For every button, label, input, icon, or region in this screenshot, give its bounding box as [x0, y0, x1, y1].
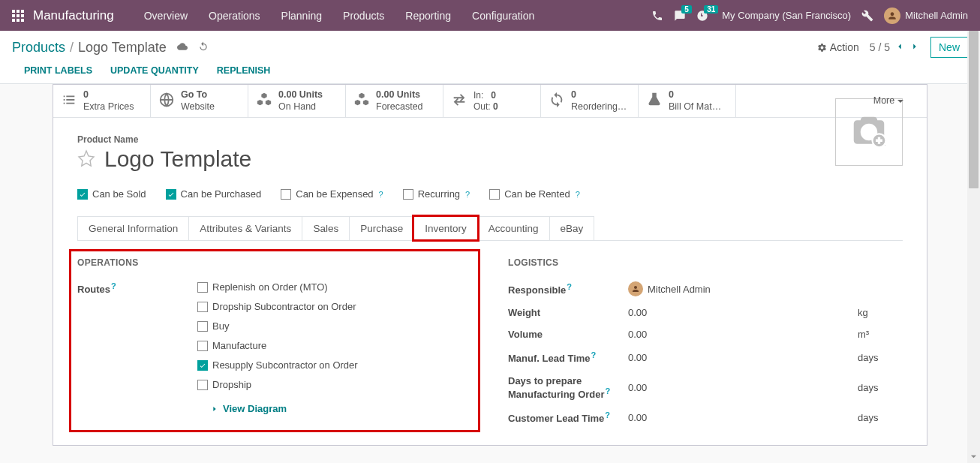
route-replenish-on-order[interactable]: Replenish on Order (MTO) — [197, 281, 328, 293]
route-dropship-subcontractor[interactable]: Dropship Subcontractor on Order — [197, 301, 356, 312]
stat-bom[interactable]: 0Bill Of Mat… — [639, 85, 736, 117]
stat-go-to-website[interactable]: Go ToWebsite — [151, 85, 248, 117]
top-nav: Manufacturing Overview Operations Planni… — [0, 0, 980, 31]
tab-inventory[interactable]: Inventory — [413, 216, 478, 240]
customer-lead-time-field[interactable]: 0.00 — [628, 412, 858, 423]
help-icon[interactable]: ? — [606, 386, 611, 395]
activities-badge: 31 — [704, 5, 718, 14]
company-switch[interactable]: My Company (San Francisco) — [722, 10, 851, 21]
can-be-expensed-checkbox[interactable]: Can be Expensed? — [281, 188, 383, 200]
route-dropship[interactable]: Dropship — [197, 379, 251, 390]
stat-in-out[interactable]: In: 0 Out: 0 — [443, 85, 541, 117]
product-name-label: Product Name — [77, 134, 903, 145]
new-button[interactable]: New — [930, 37, 968, 58]
can-be-purchased-checkbox[interactable]: Can be Purchased — [166, 188, 262, 200]
recurring-checkbox[interactable]: Recurring? — [403, 188, 470, 200]
user-menu[interactable]: Mitchell Admin — [884, 8, 968, 24]
tab-sales[interactable]: Sales — [302, 216, 350, 240]
refresh-icon — [549, 92, 565, 110]
route-resupply-subcontractor[interactable]: Resupply Subcontractor on Order — [197, 359, 358, 371]
action-menu[interactable]: Action — [817, 41, 859, 53]
scroll-down-icon[interactable] — [967, 450, 980, 463]
nav-reporting[interactable]: Reporting — [396, 7, 460, 25]
tab-general-information[interactable]: General Information — [77, 216, 189, 240]
stat-extra-prices[interactable]: 0Extra Prices — [53, 85, 151, 117]
operations-group: OPERATIONS Routes? Replenish on Order (M… — [77, 257, 472, 424]
print-labels-button[interactable]: PRINT LABELS — [24, 65, 92, 76]
activities-icon[interactable]: 31 — [696, 10, 708, 22]
scroll-thumb[interactable] — [969, 31, 978, 188]
pager-text[interactable]: 5 / 5 — [870, 41, 890, 53]
tab-attributes-variants[interactable]: Attributes & Variants — [188, 216, 302, 240]
favorite-star[interactable] — [77, 149, 95, 170]
days-prepare-mo-field[interactable]: 0.00 — [628, 382, 858, 393]
debug-icon[interactable] — [861, 10, 873, 22]
nav-configuration[interactable]: Configuration — [463, 7, 543, 25]
nav-operations[interactable]: Operations — [200, 7, 269, 25]
weight-field[interactable]: 0.00 — [628, 307, 858, 318]
help-icon[interactable]: ? — [111, 281, 116, 290]
messages-icon[interactable]: 5 — [674, 10, 686, 22]
routes-label: Routes — [77, 284, 110, 296]
svg-rect-6 — [12, 19, 15, 22]
responsible-field[interactable]: Mitchell Admin — [628, 281, 858, 296]
nav-products[interactable]: Products — [334, 7, 393, 25]
transfer-icon — [451, 92, 467, 110]
apps-icon[interactable] — [12, 10, 24, 22]
discard-icon[interactable] — [198, 41, 209, 54]
svg-rect-5 — [21, 14, 24, 17]
can-be-sold-checkbox[interactable]: Can be Sold — [77, 188, 146, 200]
stat-on-hand[interactable]: 0.00 UnitsOn Hand — [248, 85, 346, 117]
help-icon[interactable]: ? — [605, 410, 610, 419]
stat-reordering[interactable]: 0Reordering… — [541, 85, 639, 117]
help-icon[interactable]: ? — [465, 190, 470, 199]
volume-field[interactable]: 0.00 — [628, 329, 858, 340]
update-quantity-button[interactable]: UPDATE QUANTITY — [110, 65, 199, 76]
svg-rect-4 — [17, 14, 20, 17]
responsible-label: Responsible — [508, 284, 566, 296]
boxes-icon — [353, 92, 370, 110]
svg-rect-7 — [17, 19, 20, 22]
pager-prev[interactable] — [894, 41, 905, 54]
user-name: Mitchell Admin — [905, 10, 968, 21]
manuf-lead-time-field[interactable]: 0.00 — [628, 352, 858, 363]
days-unit: days — [858, 412, 903, 423]
breadcrumb-root[interactable]: Products — [12, 40, 65, 56]
svg-rect-3 — [12, 14, 15, 17]
route-manufacture[interactable]: Manufacture — [197, 340, 266, 351]
nav-overview[interactable]: Overview — [135, 7, 197, 25]
pager-next[interactable] — [909, 41, 920, 54]
can-be-rented-checkbox[interactable]: Can be Rented? — [489, 188, 580, 200]
tab-accounting[interactable]: Accounting — [477, 216, 550, 240]
stat-more[interactable]: More — [850, 85, 927, 117]
scrollbar[interactable] — [967, 31, 980, 463]
brand-label[interactable]: Manufacturing — [33, 8, 114, 23]
breadcrumb-sep: / — [70, 40, 74, 56]
replenish-button[interactable]: REPLENISH — [217, 65, 271, 76]
help-icon[interactable]: ? — [379, 190, 383, 199]
logistics-group: LOGISTICS Responsible? Mitchell Admin We… — [508, 257, 903, 424]
systray: 5 31 My Company (San Francisco) Mitchell… — [651, 8, 968, 24]
view-diagram-link[interactable]: View Diagram — [211, 403, 287, 414]
help-icon[interactable]: ? — [567, 282, 572, 291]
tab-purchase[interactable]: Purchase — [349, 216, 414, 240]
save-cloud-icon[interactable] — [177, 41, 188, 54]
volume-unit: m³ — [858, 329, 903, 340]
pager: 5 / 5 — [870, 41, 920, 54]
help-icon[interactable]: ? — [576, 190, 580, 199]
help-icon[interactable]: ? — [591, 350, 597, 359]
nav-planning[interactable]: Planning — [272, 7, 332, 25]
operations-title: OPERATIONS — [77, 257, 472, 268]
svg-rect-8 — [21, 19, 24, 22]
stat-buttons: 0Extra Prices Go ToWebsite 0.00 UnitsOn … — [53, 85, 927, 118]
form-sheet: 0Extra Prices Go ToWebsite 0.00 UnitsOn … — [53, 84, 927, 446]
tab-ebay[interactable]: eBay — [549, 216, 595, 240]
avatar — [628, 281, 643, 296]
product-name[interactable]: Logo Template — [104, 146, 251, 172]
caret-down-icon — [897, 100, 903, 103]
messages-badge: 5 — [681, 5, 692, 14]
days-prepare-mo-label: Days to prepare Manufacturing Order — [508, 375, 605, 400]
stat-forecasted[interactable]: 0.00 UnitsForecasted — [346, 85, 443, 117]
voip-icon[interactable] — [651, 10, 663, 22]
route-buy[interactable]: Buy — [197, 320, 229, 332]
